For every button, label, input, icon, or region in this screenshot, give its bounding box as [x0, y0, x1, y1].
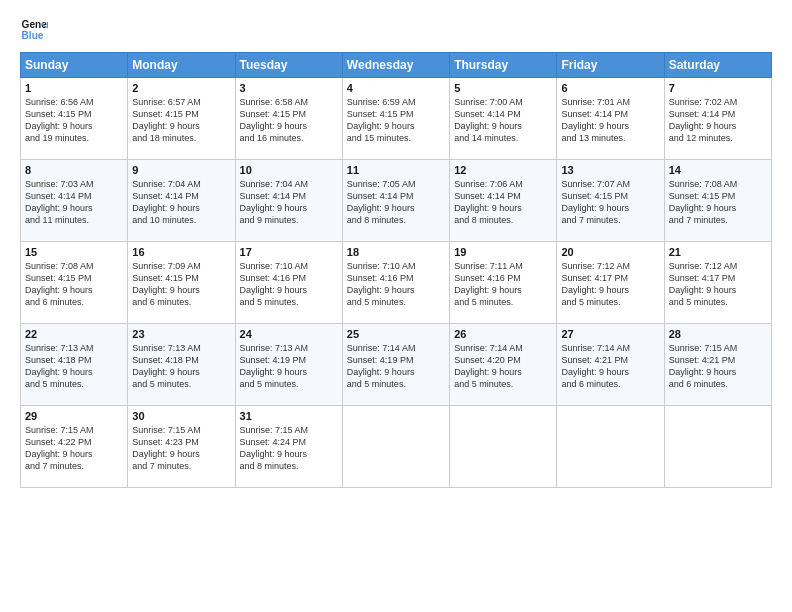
- calendar: SundayMondayTuesdayWednesdayThursdayFrid…: [20, 52, 772, 488]
- calendar-day-cell: 29Sunrise: 7:15 AM Sunset: 4:22 PM Dayli…: [21, 406, 128, 488]
- day-info: Sunrise: 7:02 AM Sunset: 4:14 PM Dayligh…: [669, 96, 767, 145]
- day-info: Sunrise: 7:04 AM Sunset: 4:14 PM Dayligh…: [132, 178, 230, 227]
- calendar-day-cell: 7Sunrise: 7:02 AM Sunset: 4:14 PM Daylig…: [664, 78, 771, 160]
- day-number: 19: [454, 246, 552, 258]
- day-number: 18: [347, 246, 445, 258]
- calendar-header-day: Monday: [128, 53, 235, 78]
- calendar-day-cell: 22Sunrise: 7:13 AM Sunset: 4:18 PM Dayli…: [21, 324, 128, 406]
- day-info: Sunrise: 7:14 AM Sunset: 4:21 PM Dayligh…: [561, 342, 659, 391]
- day-number: 1: [25, 82, 123, 94]
- calendar-day-cell: 1Sunrise: 6:56 AM Sunset: 4:15 PM Daylig…: [21, 78, 128, 160]
- day-number: 26: [454, 328, 552, 340]
- day-info: Sunrise: 7:15 AM Sunset: 4:21 PM Dayligh…: [669, 342, 767, 391]
- day-number: 28: [669, 328, 767, 340]
- day-info: Sunrise: 7:10 AM Sunset: 4:16 PM Dayligh…: [240, 260, 338, 309]
- day-number: 24: [240, 328, 338, 340]
- calendar-day-cell: 21Sunrise: 7:12 AM Sunset: 4:17 PM Dayli…: [664, 242, 771, 324]
- calendar-day-cell: 10Sunrise: 7:04 AM Sunset: 4:14 PM Dayli…: [235, 160, 342, 242]
- day-info: Sunrise: 7:00 AM Sunset: 4:14 PM Dayligh…: [454, 96, 552, 145]
- calendar-day-cell: 16Sunrise: 7:09 AM Sunset: 4:15 PM Dayli…: [128, 242, 235, 324]
- calendar-day-cell: 30Sunrise: 7:15 AM Sunset: 4:23 PM Dayli…: [128, 406, 235, 488]
- calendar-day-cell: 28Sunrise: 7:15 AM Sunset: 4:21 PM Dayli…: [664, 324, 771, 406]
- calendar-week-row: 8Sunrise: 7:03 AM Sunset: 4:14 PM Daylig…: [21, 160, 772, 242]
- day-info: Sunrise: 7:07 AM Sunset: 4:15 PM Dayligh…: [561, 178, 659, 227]
- logo: General Blue: [20, 16, 52, 44]
- page-header: General Blue: [20, 16, 772, 44]
- day-info: Sunrise: 7:12 AM Sunset: 4:17 PM Dayligh…: [669, 260, 767, 309]
- day-number: 15: [25, 246, 123, 258]
- day-number: 27: [561, 328, 659, 340]
- day-info: Sunrise: 7:04 AM Sunset: 4:14 PM Dayligh…: [240, 178, 338, 227]
- calendar-day-cell: 9Sunrise: 7:04 AM Sunset: 4:14 PM Daylig…: [128, 160, 235, 242]
- day-number: 22: [25, 328, 123, 340]
- calendar-day-cell: 3Sunrise: 6:58 AM Sunset: 4:15 PM Daylig…: [235, 78, 342, 160]
- calendar-header-day: Saturday: [664, 53, 771, 78]
- day-info: Sunrise: 7:15 AM Sunset: 4:22 PM Dayligh…: [25, 424, 123, 473]
- calendar-day-cell: 11Sunrise: 7:05 AM Sunset: 4:14 PM Dayli…: [342, 160, 449, 242]
- day-number: 12: [454, 164, 552, 176]
- day-number: 25: [347, 328, 445, 340]
- day-number: 9: [132, 164, 230, 176]
- calendar-day-cell: 8Sunrise: 7:03 AM Sunset: 4:14 PM Daylig…: [21, 160, 128, 242]
- day-number: 8: [25, 164, 123, 176]
- day-number: 13: [561, 164, 659, 176]
- calendar-day-cell: 25Sunrise: 7:14 AM Sunset: 4:19 PM Dayli…: [342, 324, 449, 406]
- calendar-day-cell: 15Sunrise: 7:08 AM Sunset: 4:15 PM Dayli…: [21, 242, 128, 324]
- day-number: 21: [669, 246, 767, 258]
- day-info: Sunrise: 7:14 AM Sunset: 4:19 PM Dayligh…: [347, 342, 445, 391]
- day-number: 11: [347, 164, 445, 176]
- calendar-week-row: 1Sunrise: 6:56 AM Sunset: 4:15 PM Daylig…: [21, 78, 772, 160]
- day-info: Sunrise: 7:13 AM Sunset: 4:18 PM Dayligh…: [25, 342, 123, 391]
- calendar-week-row: 15Sunrise: 7:08 AM Sunset: 4:15 PM Dayli…: [21, 242, 772, 324]
- calendar-day-cell: 13Sunrise: 7:07 AM Sunset: 4:15 PM Dayli…: [557, 160, 664, 242]
- day-info: Sunrise: 7:08 AM Sunset: 4:15 PM Dayligh…: [669, 178, 767, 227]
- calendar-day-cell: 17Sunrise: 7:10 AM Sunset: 4:16 PM Dayli…: [235, 242, 342, 324]
- calendar-day-cell: [557, 406, 664, 488]
- calendar-day-cell: 27Sunrise: 7:14 AM Sunset: 4:21 PM Dayli…: [557, 324, 664, 406]
- day-number: 2: [132, 82, 230, 94]
- day-info: Sunrise: 7:15 AM Sunset: 4:24 PM Dayligh…: [240, 424, 338, 473]
- calendar-day-cell: [664, 406, 771, 488]
- calendar-header-day: Friday: [557, 53, 664, 78]
- calendar-week-row: 29Sunrise: 7:15 AM Sunset: 4:22 PM Dayli…: [21, 406, 772, 488]
- day-info: Sunrise: 7:06 AM Sunset: 4:14 PM Dayligh…: [454, 178, 552, 227]
- day-info: Sunrise: 6:56 AM Sunset: 4:15 PM Dayligh…: [25, 96, 123, 145]
- day-number: 10: [240, 164, 338, 176]
- calendar-day-cell: 14Sunrise: 7:08 AM Sunset: 4:15 PM Dayli…: [664, 160, 771, 242]
- day-number: 20: [561, 246, 659, 258]
- day-number: 17: [240, 246, 338, 258]
- calendar-day-cell: 31Sunrise: 7:15 AM Sunset: 4:24 PM Dayli…: [235, 406, 342, 488]
- calendar-header-day: Tuesday: [235, 53, 342, 78]
- calendar-header-day: Wednesday: [342, 53, 449, 78]
- calendar-day-cell: 6Sunrise: 7:01 AM Sunset: 4:14 PM Daylig…: [557, 78, 664, 160]
- logo-icon: General Blue: [20, 16, 48, 44]
- calendar-day-cell: 4Sunrise: 6:59 AM Sunset: 4:15 PM Daylig…: [342, 78, 449, 160]
- day-number: 14: [669, 164, 767, 176]
- calendar-day-cell: 24Sunrise: 7:13 AM Sunset: 4:19 PM Dayli…: [235, 324, 342, 406]
- day-info: Sunrise: 7:14 AM Sunset: 4:20 PM Dayligh…: [454, 342, 552, 391]
- calendar-day-cell: 19Sunrise: 7:11 AM Sunset: 4:16 PM Dayli…: [450, 242, 557, 324]
- day-info: Sunrise: 6:59 AM Sunset: 4:15 PM Dayligh…: [347, 96, 445, 145]
- day-number: 5: [454, 82, 552, 94]
- day-number: 29: [25, 410, 123, 422]
- calendar-day-cell: 12Sunrise: 7:06 AM Sunset: 4:14 PM Dayli…: [450, 160, 557, 242]
- calendar-day-cell: 2Sunrise: 6:57 AM Sunset: 4:15 PM Daylig…: [128, 78, 235, 160]
- day-number: 16: [132, 246, 230, 258]
- day-number: 23: [132, 328, 230, 340]
- calendar-header-day: Sunday: [21, 53, 128, 78]
- calendar-day-cell: 5Sunrise: 7:00 AM Sunset: 4:14 PM Daylig…: [450, 78, 557, 160]
- calendar-header-row: SundayMondayTuesdayWednesdayThursdayFrid…: [21, 53, 772, 78]
- day-info: Sunrise: 7:13 AM Sunset: 4:19 PM Dayligh…: [240, 342, 338, 391]
- day-info: Sunrise: 7:08 AM Sunset: 4:15 PM Dayligh…: [25, 260, 123, 309]
- calendar-day-cell: 23Sunrise: 7:13 AM Sunset: 4:18 PM Dayli…: [128, 324, 235, 406]
- day-info: Sunrise: 7:12 AM Sunset: 4:17 PM Dayligh…: [561, 260, 659, 309]
- calendar-week-row: 22Sunrise: 7:13 AM Sunset: 4:18 PM Dayli…: [21, 324, 772, 406]
- day-info: Sunrise: 7:03 AM Sunset: 4:14 PM Dayligh…: [25, 178, 123, 227]
- day-info: Sunrise: 7:01 AM Sunset: 4:14 PM Dayligh…: [561, 96, 659, 145]
- day-info: Sunrise: 7:05 AM Sunset: 4:14 PM Dayligh…: [347, 178, 445, 227]
- day-number: 30: [132, 410, 230, 422]
- day-number: 7: [669, 82, 767, 94]
- day-number: 4: [347, 82, 445, 94]
- calendar-header-day: Thursday: [450, 53, 557, 78]
- day-info: Sunrise: 6:58 AM Sunset: 4:15 PM Dayligh…: [240, 96, 338, 145]
